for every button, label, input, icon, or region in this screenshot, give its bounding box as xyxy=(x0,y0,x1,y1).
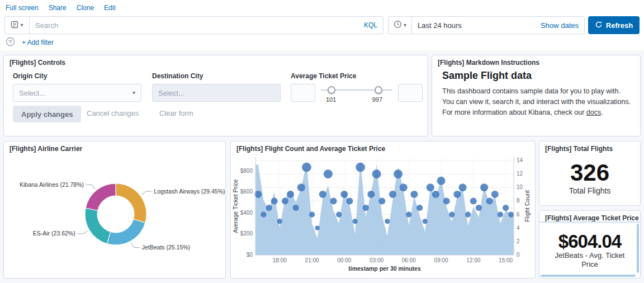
saved-query-icon xyxy=(11,21,18,30)
svg-text:ES-Air (23.62%): ES-Air (23.62%) xyxy=(33,230,75,237)
markdown-text: . xyxy=(601,109,603,116)
airline-carrier-donut-chart[interactable]: Logstash Airways (29.45%)JetBeats (25.15… xyxy=(4,153,225,278)
avg-ticket-price-label: JetBeats - Avg. Ticket Price xyxy=(539,251,640,270)
slider-max-value: 997 xyxy=(372,96,382,103)
svg-text:Logstash Airways (29.45%): Logstash Airways (29.45%) xyxy=(154,188,225,195)
destination-city-label: Destination City xyxy=(152,72,281,80)
panel-divider xyxy=(539,221,640,223)
clear-form-button[interactable]: Clear form xyxy=(159,109,193,117)
svg-text:0: 0 xyxy=(517,252,520,258)
clone-link[interactable]: Clone xyxy=(77,4,94,12)
search-input[interactable] xyxy=(35,21,359,30)
refresh-icon xyxy=(595,21,603,30)
svg-text:14: 14 xyxy=(517,157,523,163)
origin-city-placeholder: Select... xyxy=(19,89,45,97)
svg-text:06:00: 06:00 xyxy=(402,257,416,263)
destination-city-placeholder: Select... xyxy=(158,89,184,97)
filter-options-icon[interactable] xyxy=(6,37,15,48)
flight-count-price-chart[interactable]: $0$200$400$600$8000246810121418:0021:000… xyxy=(231,153,535,278)
chevron-down-icon: ▾ xyxy=(20,22,23,28)
panel-markdown-instructions: [Flights] Markdown Instructions Sample F… xyxy=(432,55,641,136)
svg-text:2: 2 xyxy=(517,238,520,244)
time-range-value[interactable]: Last 24 hours xyxy=(418,21,462,30)
svg-text:$400: $400 xyxy=(240,210,253,216)
cancel-changes-button[interactable]: Cancel changes xyxy=(87,109,139,117)
slider-min-value: 101 xyxy=(326,96,336,103)
avg-ticket-price-value: $604.04 xyxy=(539,231,640,252)
panel-title[interactable]: [Flights] Markdown Instructions xyxy=(438,59,539,67)
svg-text:12: 12 xyxy=(517,171,523,177)
kibana-flights-dashboard: Full screen Share Clone Edit ▾ KQL ▾ Las… xyxy=(0,0,644,283)
add-filter-button[interactable]: + Add filter xyxy=(22,39,54,46)
dashboard-top-menu: Full screen Share Clone Edit xyxy=(6,0,116,15)
slider-handle-min[interactable] xyxy=(328,86,335,94)
panel-title[interactable]: [Flights] Airline Carrier xyxy=(10,145,82,153)
docs-link[interactable]: docs xyxy=(586,109,601,116)
svg-text:03:00: 03:00 xyxy=(370,257,383,263)
svg-text:$0: $0 xyxy=(247,252,253,258)
svg-text:Average Ticket Price: Average Ticket Price xyxy=(232,179,239,233)
panel-flight-count-avg-price: [Flights] Flight Count and Average Ticke… xyxy=(230,141,536,279)
svg-text:$800: $800 xyxy=(240,168,253,174)
share-link[interactable]: Share xyxy=(49,4,67,12)
panel-title[interactable]: [Flights] Total Flights xyxy=(545,145,613,153)
average-ticket-price-control: Average Ticket Price 101 997 xyxy=(291,72,423,102)
full-screen-link[interactable]: Full screen xyxy=(6,4,39,12)
filter-bar: + Add filter xyxy=(6,36,54,49)
price-range-slider: 101 997 xyxy=(321,84,392,102)
svg-text:21:00: 21:00 xyxy=(305,257,319,263)
panel-title[interactable]: [Flights] Average Ticket Price xyxy=(545,214,639,222)
query-bar: ▾ KQL ▾ Last 24 hours Show dates Refresh xyxy=(4,16,640,34)
clock-icon xyxy=(394,20,402,30)
panel-average-ticket-price: [Flights] Average Ticket Price $604.04 J… xyxy=(539,210,641,279)
svg-text:Kibana Airlines (21.78%): Kibana Airlines (21.78%) xyxy=(20,181,84,188)
show-dates-link[interactable]: Show dates xyxy=(541,21,579,30)
svg-text:8: 8 xyxy=(517,197,520,204)
svg-text:18:00: 18:00 xyxy=(273,257,287,263)
svg-text:timestamp per 30 minutes: timestamp per 30 minutes xyxy=(348,265,421,272)
svg-text:6: 6 xyxy=(517,211,520,218)
price-max-input[interactable] xyxy=(398,84,423,102)
svg-text:10: 10 xyxy=(517,184,523,190)
horizontal-scrollbar[interactable] xyxy=(541,275,636,277)
svg-text:09:00: 09:00 xyxy=(434,257,448,263)
panel-flights-controls: [Flights] Controls Origin City Select...… xyxy=(3,55,428,136)
svg-text:JetBeats (25.15%): JetBeats (25.15%) xyxy=(142,244,190,251)
origin-city-select[interactable]: Select... ▾ xyxy=(13,84,141,102)
svg-text:4: 4 xyxy=(517,225,520,231)
panel-title[interactable]: [Flights] Controls xyxy=(10,59,65,67)
svg-text:15:00: 15:00 xyxy=(499,257,513,263)
svg-text:00:00: 00:00 xyxy=(337,257,351,263)
refresh-button[interactable]: Refresh xyxy=(588,16,640,34)
svg-text:12:00: 12:00 xyxy=(466,257,480,263)
panel-title[interactable]: [Flights] Flight Count and Average Ticke… xyxy=(236,145,385,153)
time-picker: ▾ Last 24 hours Show dates xyxy=(388,16,585,34)
svg-text:$200: $200 xyxy=(240,230,253,237)
slider-handle-max[interactable] xyxy=(375,86,382,94)
svg-text:$600: $600 xyxy=(240,188,253,195)
total-flights-label: Total Flights xyxy=(539,186,640,195)
edit-link[interactable]: Edit xyxy=(104,4,116,12)
destination-city-control: Destination City Select... xyxy=(152,72,281,102)
origin-city-label: Origin City xyxy=(13,72,141,80)
refresh-label: Refresh xyxy=(606,21,633,30)
markdown-heading: Sample Flight data xyxy=(442,70,532,82)
markdown-body: This dashboard contains sample data for … xyxy=(442,86,632,117)
saved-query-menu-button[interactable]: ▾ xyxy=(4,16,30,34)
vertical-scrollbar[interactable] xyxy=(637,224,639,273)
chevron-down-icon: ▾ xyxy=(132,90,135,96)
destination-city-select[interactable]: Select... xyxy=(152,84,281,102)
price-min-input[interactable] xyxy=(291,84,315,102)
svg-text:Flight Count: Flight Count xyxy=(524,190,531,222)
panel-airline-carrier: [Flights] Airline Carrier Logstash Airwa… xyxy=(3,141,226,279)
kql-language-button[interactable]: KQL xyxy=(364,21,377,29)
search-box: KQL xyxy=(30,16,383,34)
chevron-down-icon: ▾ xyxy=(404,22,406,28)
apply-changes-button[interactable]: Apply changes xyxy=(13,106,81,122)
panel-total-flights: [Flights] Total Flights 326 Total Flight… xyxy=(539,141,641,206)
total-flights-value: 326 xyxy=(539,159,640,186)
average-ticket-price-label: Average Ticket Price xyxy=(291,72,423,80)
origin-city-control: Origin City Select... ▾ xyxy=(13,72,141,102)
time-picker-menu-button[interactable]: ▾ xyxy=(389,17,412,34)
